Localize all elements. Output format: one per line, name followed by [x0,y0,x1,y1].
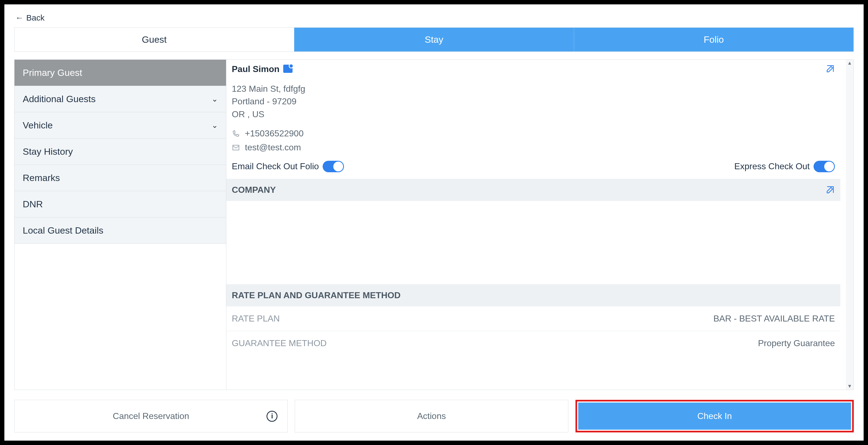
express-checkout-label: Express Check Out [734,161,810,172]
sidebar-item-stay-history[interactable]: Stay History [14,139,226,165]
tab-stay-label: Stay [425,34,443,44]
actions-button[interactable]: Actions [295,400,568,433]
sidebar-item-dnr[interactable]: DNR [14,191,226,217]
sidebar-item-label: Additional Guests [23,94,96,104]
tab-stay[interactable]: Stay [294,28,574,52]
main-content: Primary Guest Additional Guests ⌄ Vehicl… [14,59,854,390]
address-line3: OR , US [232,108,835,120]
cancel-reservation-button[interactable]: Cancel Reservation i [14,400,288,433]
back-label: Back [26,13,44,23]
edit-guest-icon[interactable] [826,64,835,73]
tab-folio-label: Folio [704,34,724,44]
company-section-title: COMPANY [232,185,276,195]
sidebar-item-label: Primary Guest [23,67,82,78]
actions-label: Actions [417,411,446,421]
arrow-left-icon: ← [15,14,24,22]
check-in-button[interactable]: Check In [578,403,851,430]
rate-plan-row: RATE PLAN BAR - BEST AVAILABLE RATE [226,306,840,331]
guest-header: Paul Simon [232,64,835,74]
edit-company-icon[interactable] [826,185,835,195]
scrollbar[interactable]: ▲ ▼ [846,60,854,390]
sidebar-item-label: Local Guest Details [23,225,103,236]
footer-actions: Cancel Reservation i Actions Check In [14,400,854,441]
cancel-reservation-label: Cancel Reservation [113,411,189,421]
address-line1: 123 Main St, fdfgfg [232,83,835,95]
guest-detail-pane: Paul Simon 123 Main St, fdfgfg Portland … [226,60,854,390]
company-body [232,201,835,278]
tab-folio[interactable]: Folio [574,28,854,52]
guest-phone: +15036522900 [245,126,304,141]
rate-plan-value: BAR - BEST AVAILABLE RATE [713,314,835,324]
sidebar-item-additional-guests[interactable]: Additional Guests ⌄ [14,86,226,112]
rate-section-title: RATE PLAN AND GUARANTEE METHOD [232,290,401,300]
rate-plan-label: RATE PLAN [232,314,280,324]
back-link[interactable]: ← Back [14,11,854,27]
sidebar-item-vehicle[interactable]: Vehicle ⌄ [14,112,226,139]
phone-icon [232,129,240,138]
email-icon [232,144,240,152]
checkin-highlight: Check In [576,400,854,433]
guest-name: Paul Simon [232,64,279,74]
guarantee-row: GUARANTEE METHOD Property Guarantee [226,331,840,355]
address-line2: Portland - 97209 [232,95,835,108]
express-checkout-toggle[interactable] [813,161,835,172]
svg-rect-0 [233,145,239,150]
sidebar-item-label: DNR [23,199,43,209]
sidebar-item-primary-guest[interactable]: Primary Guest [14,60,226,86]
top-tabs: Guest Stay Folio [14,27,854,52]
chevron-down-icon: ⌄ [212,121,218,130]
sidebar-item-remarks[interactable]: Remarks [14,165,226,191]
guest-address: 123 Main St, fdfgfg Portland - 97209 OR … [232,83,835,120]
sidebar-item-label: Remarks [23,173,60,183]
info-icon[interactable]: i [267,411,277,422]
chevron-down-icon: ⌄ [212,94,218,103]
guarantee-label: GUARANTEE METHOD [232,338,327,348]
sidebar-item-label: Stay History [23,146,73,157]
check-in-label: Check In [697,411,732,421]
company-section-header: COMPANY [226,179,840,201]
tab-guest-label: Guest [142,34,167,44]
scroll-down-icon: ▼ [847,383,852,389]
guest-profile-icon[interactable] [283,65,292,73]
tab-guest[interactable]: Guest [14,28,294,52]
email-folio-toggle[interactable] [322,161,344,172]
email-folio-label: Email Check Out Folio [232,161,319,172]
guest-contact: +15036522900 test@test.com [232,126,835,154]
sidebar-item-local-guest-details[interactable]: Local Guest Details [14,217,226,244]
rate-section-header: RATE PLAN AND GUARANTEE METHOD [226,284,840,306]
guest-email: test@test.com [245,141,301,154]
scroll-up-icon: ▲ [847,60,852,66]
guarantee-value: Property Guarantee [758,338,835,348]
guest-sidebar: Primary Guest Additional Guests ⌄ Vehicl… [14,60,226,390]
sidebar-item-label: Vehicle [23,120,53,130]
